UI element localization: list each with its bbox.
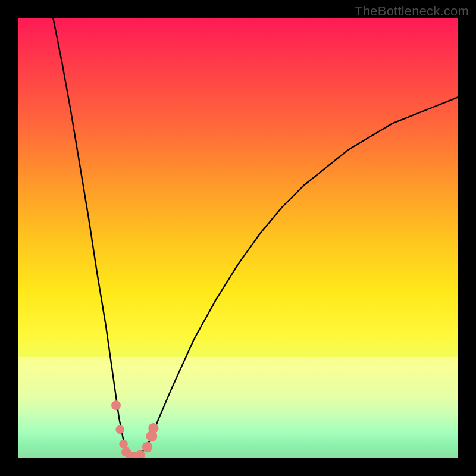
curve-marker xyxy=(111,400,121,410)
curve-marker xyxy=(136,450,145,458)
curve-marker xyxy=(119,440,128,449)
attribution-text: TheBottleneck.com xyxy=(355,4,469,19)
plot-area xyxy=(18,18,458,458)
chart-frame: TheBottleneck.com xyxy=(0,0,476,476)
curve-marker xyxy=(148,423,158,433)
curve-marker xyxy=(115,425,124,434)
curve-marker xyxy=(142,442,152,452)
curve-markers xyxy=(111,400,159,458)
curve-path xyxy=(53,18,458,458)
bottleneck-curve xyxy=(18,18,458,458)
